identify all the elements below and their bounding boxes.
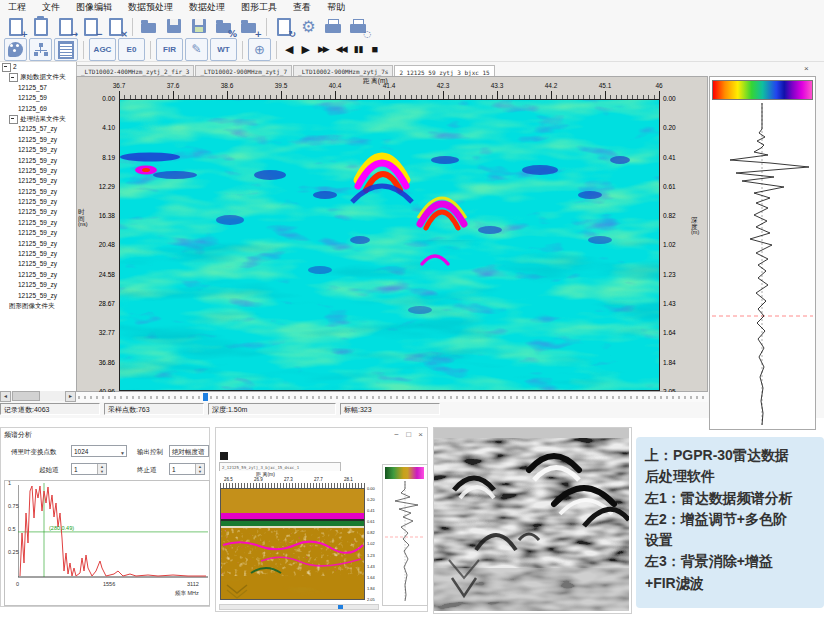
tab-document[interactable]: _LTD10002-400MHzm_zytj_2_fir_3 — [76, 65, 194, 76]
paste-icon[interactable] — [30, 16, 51, 37]
slider-marker[interactable] — [203, 393, 208, 401]
tree-item[interactable]: 12125_59_zy — [0, 239, 76, 249]
layer-tree-icon[interactable] — [29, 38, 52, 61]
output-mode-field[interactable]: 绝对幅度谱 — [169, 445, 209, 457]
scroll-thumb[interactable] — [12, 391, 40, 401]
print-preview-icon[interactable]: ◌ — [348, 16, 369, 37]
close-tab-icon[interactable]: × — [804, 64, 809, 73]
save-image-icon[interactable] — [189, 16, 210, 37]
tab-document[interactable]: _LTD10002-900MHzm_zytj_7s — [293, 65, 393, 76]
tree-folder-raw[interactable]: 原始数据文件夹 — [0, 72, 76, 82]
menu-image-edit[interactable]: 图像编辑 — [68, 1, 120, 14]
radar-bscan-image[interactable] — [119, 99, 660, 391]
start-trace-spinner[interactable]: 1▲▼ — [71, 463, 107, 475]
screen: 工程 文件 图像编辑 数据预处理 数据处理 图形工具 查看 帮助 + → − ×… — [0, 0, 824, 620]
tree-item[interactable]: 12125_59_zy — [0, 291, 76, 301]
new-file-icon[interactable]: + — [5, 16, 26, 37]
refresh-file-icon[interactable]: ↻ — [273, 16, 294, 37]
fast-forward-button[interactable]: ▶▶ — [318, 39, 328, 60]
tree-item[interactable]: 12125_59_zy — [0, 280, 76, 290]
maximize-icon[interactable]: □ — [406, 430, 411, 439]
grayscale-radar-window[interactable] — [433, 427, 632, 614]
save-icon[interactable] — [164, 16, 185, 37]
status-bar: 记录道数:4063 采样点数:763 深度:1.50m 标幅:323 — [0, 403, 824, 416]
stop-button[interactable]: ■ — [372, 39, 379, 60]
gain-tab[interactable]: 2_12125_59_zytj_3_bjxc_15_dsxc_1 — [219, 462, 341, 471]
menu-file[interactable]: 文件 — [34, 1, 68, 14]
delete-file-icon[interactable]: × — [105, 16, 126, 37]
rewind-button[interactable]: ◀◀ — [336, 39, 346, 60]
gain-slider-marker[interactable] — [338, 605, 343, 609]
scroll-left-icon[interactable]: ◄ — [0, 391, 11, 402]
scroll-right-icon[interactable]: ► — [65, 391, 76, 402]
agc-button[interactable]: AGC — [89, 38, 116, 61]
tree-folder-proc[interactable]: 处理结果文件夹 — [0, 114, 76, 124]
stop-icon[interactable] — [220, 452, 228, 460]
menu-process[interactable]: 数据处理 — [181, 1, 233, 14]
crosshair-icon[interactable]: ⊕ — [248, 38, 271, 61]
tree-item[interactable]: 12125_69 — [0, 104, 76, 114]
tree-item[interactable]: 12125_59_zy — [0, 176, 76, 186]
brush-icon[interactable]: ✎ — [185, 38, 208, 61]
tree-item[interactable]: 12125_59_zy — [0, 228, 76, 238]
tree-item[interactable]: 12125_59_zy — [0, 187, 76, 197]
gain-horizontal-scrollbar[interactable] — [219, 604, 379, 610]
tree-horizontal-scrollbar[interactable]: ◄ ► — [0, 391, 77, 401]
tree-item[interactable]: 12125_59_zy — [0, 270, 76, 280]
step-back-button[interactable]: ◀ — [285, 39, 293, 60]
tree-item[interactable]: 12125_57_zy — [0, 124, 76, 134]
palette-icon[interactable] — [4, 38, 27, 61]
fft-points-combobox[interactable]: 1024▼ — [71, 445, 127, 457]
tree-item[interactable]: 12125_59_zy — [0, 156, 76, 166]
notebook-icon[interactable] — [54, 38, 78, 61]
spinner-arrows-icon[interactable]: ▲▼ — [97, 464, 106, 474]
menu-help[interactable]: 帮助 — [319, 1, 353, 14]
tree-item[interactable]: 12125_59_zy — [0, 135, 76, 145]
menu-project[interactable]: 工程 — [0, 1, 34, 14]
tree-item[interactable]: 12125_59_zy — [0, 145, 76, 155]
pause-button[interactable]: ▮▮ — [354, 39, 364, 60]
tree-item[interactable]: 12125_57 — [0, 83, 76, 93]
remove-file-icon[interactable]: − — [80, 16, 101, 37]
document-tabs: _LTD10002-400MHzm_zytj_2_fir_3 _LTD10002… — [76, 62, 816, 76]
spectrum-analysis-window: 频谱分析 傅里叶变换点数 1024▼ 输出控制 绝对幅度谱 起始道 1▲▼ 终止… — [0, 427, 210, 607]
tab-document[interactable]: _LTD10002-900MHzm_zytj_7 — [195, 65, 292, 76]
collapse-icon[interactable] — [2, 63, 11, 72]
tree-item[interactable]: 12125_59_zy — [0, 197, 76, 207]
chevron-down-icon[interactable]: ▼ — [120, 448, 125, 457]
open-folder-icon[interactable] — [139, 16, 160, 37]
print-icon[interactable] — [323, 16, 344, 37]
tree-item[interactable]: 12125_59_zy — [0, 207, 76, 217]
import-icon[interactable]: → — [55, 16, 76, 37]
close-icon[interactable]: × — [418, 430, 423, 439]
tree-item[interactable]: 12125_59_zy — [0, 166, 76, 176]
end-trace-label: 终止道 — [137, 466, 157, 475]
minimize-icon[interactable]: − — [394, 430, 399, 439]
tree-item[interactable]: 12125_59 — [0, 93, 76, 103]
collapse-icon[interactable] — [9, 73, 18, 82]
menu-view[interactable]: 查看 — [285, 1, 319, 14]
tree-root[interactable]: 2 — [0, 62, 76, 72]
single-trace-plot — [712, 103, 813, 425]
tree-item[interactable]: 12125_59_zy — [0, 249, 76, 259]
depth-axis-ticks: 0.000.20 0.410.61 0.821.02 1.231.43 1.64… — [663, 95, 689, 395]
folder-add-icon[interactable]: + — [239, 16, 260, 37]
gain-radar-image[interactable] — [220, 488, 365, 600]
play-button[interactable]: ▶ — [301, 39, 309, 60]
folder-cut-icon[interactable]: % — [214, 16, 235, 37]
gain-color-scale — [385, 467, 424, 479]
tree-item[interactable]: 12125_59_zy — [0, 259, 76, 269]
spinner-arrows-icon[interactable]: ▲▼ — [195, 464, 204, 474]
wavelet-button[interactable]: WT — [210, 38, 237, 61]
slider-track[interactable] — [78, 396, 704, 399]
position-slider[interactable] — [76, 392, 708, 402]
tree-folder-images[interactable]: 图形图像文件夹 — [0, 301, 76, 311]
collapse-icon[interactable] — [9, 115, 18, 124]
tree-item[interactable]: 12125_59_zy — [0, 218, 76, 228]
menu-graph-tools[interactable]: 图形工具 — [233, 1, 285, 14]
equalize-button[interactable]: E0 — [118, 38, 145, 61]
settings-gear-icon[interactable]: ⚙ — [298, 16, 319, 37]
menu-preprocess[interactable]: 数据预处理 — [120, 1, 181, 14]
end-trace-spinner[interactable]: 1▲▼ — [169, 463, 205, 475]
fir-filter-button[interactable]: FIR — [156, 38, 183, 61]
